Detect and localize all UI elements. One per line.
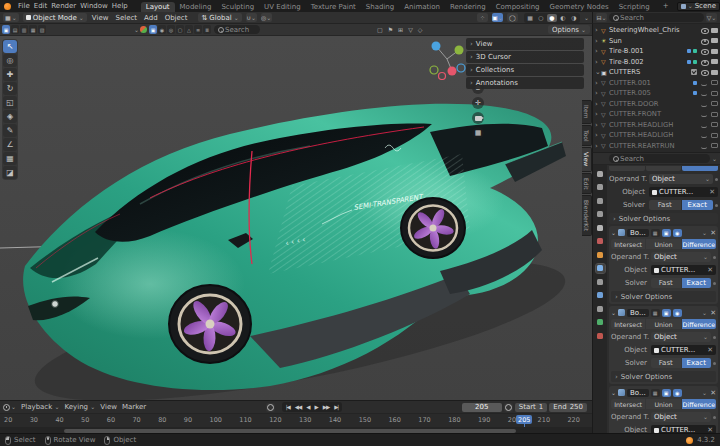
scene-selector[interactable]: Scene: [677, 2, 720, 11]
tool-filter-icon[interactable]: ⚑: [387, 26, 394, 33]
edit-mode-display-toggle[interactable]: ▦: [651, 309, 660, 317]
viewport-tool-button[interactable]: ↻: [3, 82, 17, 95]
workspace-tab[interactable]: UV Editing: [259, 2, 306, 12]
shading-mode-button[interactable]: ◑: [569, 14, 579, 22]
operand-type-dropdown[interactable]: Object: [651, 252, 711, 262]
camera-view-button[interactable]: [472, 112, 484, 124]
difference-button[interactable]: Difference: [682, 239, 716, 249]
workspace-tab[interactable]: Animation: [399, 2, 445, 12]
outliner-row[interactable]: › ▽ Tire-B.001: [593, 46, 720, 57]
solver-exact-button[interactable]: Exact: [682, 278, 712, 288]
properties-tab[interactable]: [596, 277, 605, 286]
render-display-toggle[interactable]: ◉: [673, 389, 682, 397]
object-name[interactable]: SteeringWheel_Chris: [609, 26, 699, 34]
clear-object-icon[interactable]: ✕: [707, 346, 713, 354]
shading-mode-button[interactable]: ▦: [525, 14, 535, 22]
render-visibility-icon[interactable]: [711, 101, 718, 106]
transform-orientation[interactable]: ⇅Global: [198, 13, 241, 22]
workspace-tab[interactable]: Sculpting: [216, 2, 259, 12]
collection-checkbox[interactable]: [691, 69, 697, 75]
properties-tab[interactable]: [596, 183, 605, 192]
viewport-tool-button[interactable]: ◈: [3, 110, 17, 123]
intersect-button[interactable]: Intersect: [611, 239, 645, 249]
editor-type-button[interactable]: [3, 403, 16, 411]
render-visibility-icon[interactable]: [711, 133, 718, 138]
outliner-row[interactable]: ⌄ ▣ CUTTERS: [593, 67, 720, 78]
sidebar-section-header[interactable]: Annotations: [466, 77, 584, 89]
operand-type-dropdown[interactable]: Object: [651, 412, 711, 422]
snap-toggle[interactable]: ∪: [246, 13, 257, 22]
tool-filter-icon[interactable]: ▽: [407, 26, 414, 33]
tool-toggle-button[interactable]: ▣: [149, 25, 157, 34]
viewport-canvas[interactable]: SEMI-TRANSPARENT ‹ ‹ ‹ ‹: [0, 36, 592, 400]
clear-object-icon[interactable]: ✕: [707, 266, 713, 274]
sidebar-tab[interactable]: BlenderKit: [582, 195, 592, 236]
properties-tab[interactable]: [596, 237, 605, 246]
visibility-eye-icon[interactable]: [701, 68, 709, 76]
mode-selector[interactable]: Object Mode: [23, 13, 87, 22]
car-model[interactable]: SEMI-TRANSPARENT ‹ ‹ ‹ ‹: [0, 36, 592, 400]
tool-toggle-button[interactable]: ≣: [203, 25, 211, 34]
modifier-extras-icon[interactable]: [702, 389, 707, 397]
visibility-eye-icon[interactable]: [701, 47, 709, 55]
intersect-button[interactable]: Intersect: [611, 319, 645, 329]
outliner-row[interactable]: › ☀ Sun: [593, 36, 720, 47]
object-name[interactable]: Tire-B.002: [609, 58, 687, 66]
pivot-point-button[interactable]: ⁘: [477, 13, 488, 22]
render-visibility-icon[interactable]: [711, 59, 718, 64]
outliner-row[interactable]: › ▽ Tire-B.002: [593, 57, 720, 68]
realtime-display-toggle[interactable]: ▣: [662, 229, 671, 237]
union-button[interactable]: Union: [646, 319, 680, 329]
remove-modifier-icon[interactable]: ✕: [710, 229, 716, 237]
auto-keying-toggle[interactable]: [266, 403, 275, 412]
viewport-menu-item[interactable]: Add: [143, 14, 159, 22]
playback-menu[interactable]: Playback: [21, 403, 60, 411]
properties-tab[interactable]: [596, 169, 605, 178]
object-name[interactable]: CUTTER.001: [609, 79, 693, 87]
workspace-tab[interactable]: Modeling: [175, 2, 217, 12]
properties-tab[interactable]: [596, 223, 605, 232]
solver-options-panel[interactable]: Solver Options: [609, 213, 718, 224]
outliner-row[interactable]: › ▽ CUTTER.REARTRUN: [593, 141, 720, 152]
union-button[interactable]: Union: [646, 239, 680, 249]
viewport-tool-button[interactable]: ◱: [3, 96, 17, 109]
realtime-display-toggle[interactable]: ▣: [662, 309, 671, 317]
visibility-eye-icon[interactable]: [701, 100, 709, 108]
overlays-toggle[interactable]: ◯: [507, 13, 518, 22]
properties-tab[interactable]: [596, 264, 605, 273]
sidebar-tab[interactable]: Tool: [582, 125, 592, 147]
select-mode-button[interactable]: ▥: [20, 25, 28, 34]
object-name[interactable]: CUTTER.REARTRUN: [609, 142, 699, 150]
object-name[interactable]: CUTTER.HEADLIGH: [609, 121, 699, 129]
perspective-toggle-button[interactable]: ▦: [472, 127, 484, 139]
outliner-row[interactable]: › ▽ CUTTER.HEADLIGH: [593, 130, 720, 141]
visibility-eye-icon[interactable]: [701, 142, 709, 150]
viewport-tool-button[interactable]: ◪: [3, 166, 17, 179]
properties-tab[interactable]: [596, 196, 605, 205]
render-visibility-icon[interactable]: [711, 122, 718, 127]
falloff-dropdown[interactable]: [134, 26, 147, 34]
transport-button[interactable]: ▶: [312, 404, 319, 410]
add-workspace-button[interactable]: +: [660, 2, 672, 10]
menu-item[interactable]: Render: [49, 2, 78, 10]
tool-toggle-button[interactable]: ◉: [158, 25, 166, 34]
render-visibility-icon[interactable]: [711, 80, 718, 85]
visibility-eye-icon[interactable]: [701, 89, 709, 97]
shading-mode-button[interactable]: ○: [536, 14, 546, 22]
nav-gizmo[interactable]: [426, 38, 468, 80]
workspace-tab[interactable]: Shading: [361, 2, 399, 12]
properties-search-input[interactable]: Search: [609, 154, 710, 163]
sidebar-tab[interactable]: Item: [582, 100, 592, 124]
tool-filter-icon[interactable]: ◇: [417, 26, 424, 33]
select-mode-button[interactable]: ▤: [11, 25, 19, 34]
render-visibility-icon[interactable]: [711, 49, 718, 54]
pan-button[interactable]: ✛: [472, 97, 484, 109]
solver-fast-button[interactable]: Fast: [649, 200, 681, 210]
difference-button[interactable]: Difference: [682, 399, 716, 409]
operand-type-dropdown[interactable]: Object: [649, 174, 713, 184]
transport-button[interactable]: ▶|: [332, 404, 340, 410]
use-preview-range-toggle[interactable]: [504, 403, 513, 412]
tool-toggle-button[interactable]: ▢: [176, 25, 184, 34]
render-visibility-icon[interactable]: [711, 38, 718, 43]
object-field[interactable]: CUTTER...✕: [651, 265, 716, 275]
